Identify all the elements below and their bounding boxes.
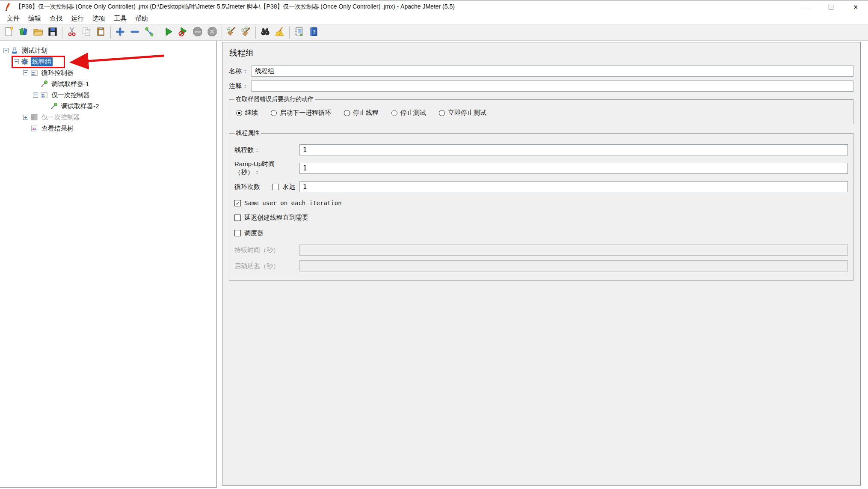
- tree-item-label[interactable]: 调试取样器-2: [60, 102, 100, 111]
- shutdown-button[interactable]: [205, 26, 219, 39]
- error-action-option-2[interactable]: 停止线程: [344, 109, 379, 117]
- thread-option-0[interactable]: ✓Same user on each iteration: [234, 200, 848, 206]
- function-helper-icon: [293, 26, 305, 39]
- open-file-icon: [33, 26, 44, 39]
- tree-item-label[interactable]: 查看结果树: [40, 124, 75, 133]
- thread-option-1[interactable]: 延迟创建线程直到需要: [234, 214, 848, 222]
- loop-count-row: 循环次数 永远: [234, 181, 848, 192]
- scheduler-row-1: 启动延迟（秒）: [234, 260, 848, 271]
- stop-button[interactable]: STOP: [190, 26, 205, 39]
- tree-toggle-icon[interactable]: −: [14, 59, 19, 64]
- tree-item-label[interactable]: 测试计划: [21, 46, 49, 55]
- thread-group-icon: [21, 58, 29, 66]
- panel-title: 线程组: [229, 48, 853, 59]
- help-icon: ?: [308, 26, 319, 39]
- rampup-input[interactable]: [299, 163, 848, 174]
- name-input[interactable]: [252, 66, 853, 77]
- tree-row-7[interactable]: 查看结果树: [0, 123, 216, 134]
- error-action-legend: 在取样器错误后要执行的动作: [234, 95, 315, 103]
- tree-item-label[interactable]: 仅一次控制器: [40, 113, 81, 122]
- cut-button[interactable]: [65, 26, 79, 39]
- thread-group-panel: 线程组 名称： 注释： 在取样器错误后要执行的动作 继续启动下一进程循环停止线程…: [222, 42, 861, 486]
- thread-option-2[interactable]: 调度器: [234, 229, 848, 237]
- radio-icon[interactable]: [236, 110, 242, 116]
- tree-toggle-icon[interactable]: −: [3, 48, 9, 53]
- tree-item-label[interactable]: 线程组: [31, 57, 53, 66]
- menu-item-6[interactable]: 帮助: [131, 14, 152, 24]
- menu-item-3[interactable]: 运行: [67, 14, 88, 24]
- tree-item-label[interactable]: 仅一次控制器: [50, 91, 91, 100]
- checkbox-icon[interactable]: ✓: [234, 200, 241, 206]
- start-no-timers-icon: [178, 26, 189, 39]
- num-threads-input[interactable]: [299, 144, 848, 155]
- function-helper-button[interactable]: [292, 26, 306, 39]
- scheduler-row-input: [299, 260, 848, 271]
- search-icon: [260, 26, 271, 39]
- checkbox-icon[interactable]: [234, 230, 241, 236]
- tree-toggle-icon[interactable]: +: [23, 115, 28, 120]
- close-button[interactable]: ✕: [843, 0, 868, 13]
- tree-row-4[interactable]: −仅一次控制器: [0, 89, 216, 101]
- menu-item-0[interactable]: 文件: [3, 14, 24, 24]
- tree-row-6[interactable]: +仅一次控制器: [0, 112, 216, 123]
- tree-row-5[interactable]: 调试取样器-2: [0, 101, 216, 112]
- maximize-button[interactable]: [818, 0, 843, 13]
- error-action-option-0[interactable]: 继续: [236, 109, 258, 117]
- svg-text:STOP: STOP: [195, 30, 201, 33]
- toolbar-separator: [110, 27, 111, 39]
- minimize-button[interactable]: [794, 0, 818, 13]
- new-file-button[interactable]: [2, 26, 16, 39]
- scheduler-row-label: 持续时间（秒）: [234, 246, 299, 254]
- tree-item-label[interactable]: 调试取样器-1: [50, 80, 90, 89]
- checkbox-icon[interactable]: [234, 215, 241, 221]
- radio-icon[interactable]: [439, 110, 445, 116]
- zoom-in-button[interactable]: [113, 26, 127, 39]
- radio-icon[interactable]: [344, 110, 350, 116]
- radio-label: 停止测试: [400, 109, 426, 117]
- menu-item-4[interactable]: 选项: [88, 14, 110, 24]
- sampler-icon: [40, 80, 48, 88]
- start-button[interactable]: [161, 26, 176, 39]
- open-templates-button[interactable]: [16, 26, 31, 39]
- error-action-option-1[interactable]: 启动下一进程循环: [271, 109, 331, 117]
- thread-properties-legend: 线程属性: [234, 129, 261, 137]
- error-action-option-3[interactable]: 停止测试: [391, 109, 426, 117]
- loop-forever-checkbox[interactable]: [273, 184, 279, 190]
- tree-row-3[interactable]: 调试取样器-1: [0, 78, 216, 89]
- menu-item-2[interactable]: 查找: [45, 14, 67, 24]
- radio-icon[interactable]: [391, 110, 397, 116]
- search-reset-icon: [274, 26, 285, 39]
- tree-toggle-icon[interactable]: −: [33, 92, 38, 98]
- paste-button[interactable]: [94, 26, 108, 39]
- start-no-timers-button[interactable]: [176, 26, 190, 39]
- tree-row-1[interactable]: −线程组: [0, 56, 216, 67]
- tree-item-label[interactable]: 循环控制器: [40, 69, 75, 78]
- menu-item-1[interactable]: 编辑: [24, 14, 45, 24]
- search-reset-button[interactable]: [273, 26, 287, 39]
- name-row: 名称：: [229, 66, 853, 77]
- copy-button[interactable]: [79, 26, 94, 39]
- clear-all-icon: [240, 26, 252, 39]
- comment-input[interactable]: [252, 81, 853, 92]
- controller-icon: [40, 91, 48, 99]
- loop-count-input[interactable]: [299, 181, 848, 192]
- toolbar-separator: [159, 27, 159, 39]
- search-button[interactable]: [258, 26, 273, 39]
- error-action-option-4[interactable]: 立即停止测试: [439, 109, 486, 117]
- radio-icon[interactable]: [271, 110, 277, 116]
- clear-all-button[interactable]: [239, 26, 253, 39]
- open-file-button[interactable]: [31, 26, 45, 39]
- help-button[interactable]: ?: [306, 26, 321, 39]
- toggle-state-button[interactable]: [142, 26, 157, 39]
- save-button[interactable]: [45, 26, 60, 39]
- zoom-out-button[interactable]: [127, 26, 142, 39]
- tree-row-2[interactable]: −循环控制器: [0, 67, 216, 78]
- scheduler-row-input: [299, 244, 848, 256]
- controller-disabled-icon: [30, 113, 38, 121]
- tree-toggle-icon[interactable]: −: [23, 70, 28, 75]
- menu-item-5[interactable]: 工具: [110, 14, 131, 24]
- test-plan-tree[interactable]: −测试计划−线程组−循环控制器调试取样器-1−仅一次控制器调试取样器-2+仅一次…: [0, 41, 217, 488]
- tree-row-0[interactable]: −测试计划: [0, 45, 216, 56]
- config-content: 线程组 名称： 注释： 在取样器错误后要执行的动作 继续启动下一进程循环停止线程…: [217, 41, 868, 488]
- clear-button[interactable]: [224, 26, 239, 39]
